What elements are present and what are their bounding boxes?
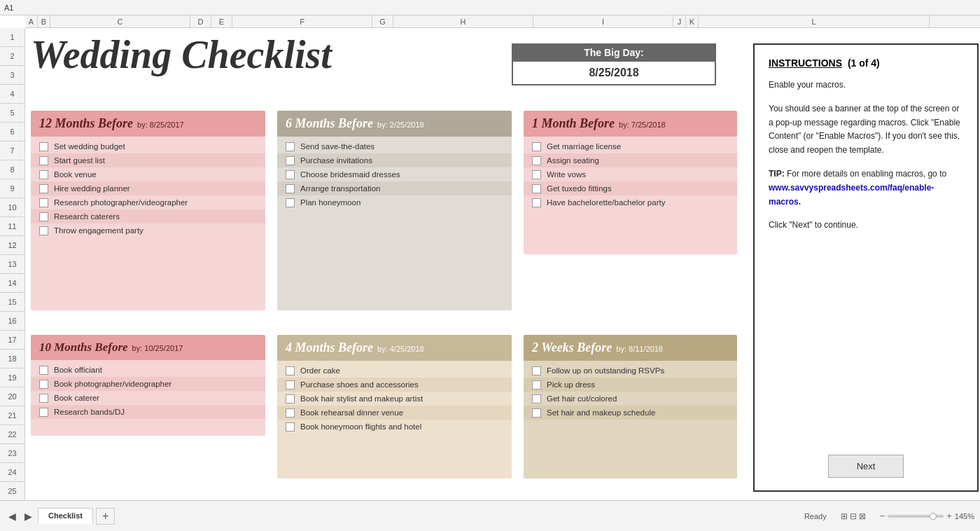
list-item: Follow up on outstanding RSVPs	[524, 364, 737, 378]
item-text: Purchase invitations	[300, 156, 372, 165]
list-item: Book rehearsal dinner venue	[277, 406, 512, 420]
tip-label: TIP:	[769, 169, 785, 179]
list-item: Book photographer/videographer	[31, 377, 265, 391]
list-item: Book officiant	[31, 363, 265, 377]
section-2weeks-by: by: 8/11/2018	[616, 345, 663, 353]
row-18: 18	[0, 350, 24, 368]
row-14: 14	[0, 274, 24, 293]
item-text: Get tuxedo fittings	[547, 184, 612, 193]
section-1month-by: by: 7/25/2018	[619, 120, 666, 129]
list-item: Send save-the-dates	[277, 139, 512, 153]
status-text: Ready	[804, 512, 827, 520]
checkbox[interactable]	[39, 380, 48, 389]
zoom-in-button[interactable]: +	[946, 511, 952, 521]
nav-left-button[interactable]: ◀	[6, 511, 19, 522]
empty-item	[277, 209, 512, 223]
row-9: 9	[0, 179, 24, 198]
checkbox[interactable]	[286, 408, 295, 418]
list-item: Throw engagement party	[31, 223, 265, 237]
list-item: Get hair cut/colored	[524, 392, 737, 406]
checkbox[interactable]	[39, 156, 48, 165]
nav-right-button[interactable]: ▶	[22, 511, 35, 522]
checkbox[interactable]	[532, 394, 541, 404]
checkbox[interactable]	[39, 408, 48, 417]
section-6months-header: 6 Months Before by: 2/25/2018	[277, 111, 512, 137]
section-4months-items: Order cake Purchase shoes and accessorie…	[277, 361, 512, 478]
checkbox[interactable]	[286, 156, 295, 165]
checkbox[interactable]	[286, 366, 295, 375]
zoom-slider-handle[interactable]	[930, 513, 937, 520]
col-header-b: B	[38, 15, 50, 27]
row-7: 7	[0, 142, 24, 160]
instructions-body: Enable your macros. You should see a ban…	[769, 78, 963, 443]
section-12months-title: 12 Months Before	[39, 116, 133, 131]
spreadsheet-body: 1 2 3 4 5 6 7 8 9 10 11 12 13 14 15 16 1…	[0, 28, 980, 500]
checkbox[interactable]	[286, 170, 295, 179]
list-item: Choose bridesmaid dresses	[277, 167, 512, 181]
checkbox[interactable]	[532, 156, 541, 165]
checkbox[interactable]	[532, 408, 541, 418]
checkbox[interactable]	[532, 170, 541, 179]
checkbox[interactable]	[532, 198, 541, 207]
sheet-tab-checklist[interactable]: Checklist	[38, 508, 93, 524]
item-text: Book hair stylist and makeup artist	[300, 394, 423, 403]
checkbox[interactable]	[286, 380, 295, 389]
row-5: 5	[0, 104, 24, 123]
view-pagebreak-icon[interactable]: ⊠	[859, 511, 866, 521]
empty-item	[31, 294, 265, 308]
item-text: Hire wedding planner	[54, 184, 130, 193]
section-12months-by: by: 8/25/2017	[137, 120, 184, 129]
checkbox[interactable]	[39, 184, 48, 193]
section-12months-header: 12 Months Before by: 8/25/2017	[31, 111, 265, 137]
item-text: Set wedding budget	[54, 142, 125, 151]
section-1month-title: 1 Month Before	[532, 116, 615, 131]
empty-item	[524, 448, 737, 462]
checkbox[interactable]	[286, 142, 295, 151]
add-sheet-button[interactable]: +	[96, 508, 115, 525]
item-text: Book honeymoon flights and hotel	[300, 422, 421, 431]
checkbox[interactable]	[532, 184, 541, 193]
checkbox[interactable]	[286, 184, 295, 193]
item-text: Start guest list	[54, 156, 105, 165]
checkbox[interactable]	[286, 394, 295, 404]
row-2: 2	[0, 47, 24, 66]
list-item: Research caterers	[31, 209, 265, 223]
item-text: Research caterers	[54, 212, 120, 221]
checkbox[interactable]	[39, 198, 48, 207]
item-text: Book rehearsal dinner venue	[300, 408, 403, 417]
empty-item	[277, 462, 512, 476]
list-item: Get marriage license	[524, 139, 737, 153]
checkbox[interactable]	[532, 366, 541, 375]
item-text: Send save-the-dates	[300, 142, 374, 151]
section-12months: 12 Months Before by: 8/25/2017 Set weddi…	[31, 111, 265, 310]
row-17: 17	[0, 331, 24, 350]
list-item: Pick up dress	[524, 378, 737, 392]
checkbox[interactable]	[286, 422, 295, 432]
view-page-icon[interactable]: ⊟	[850, 511, 857, 521]
item-text: Choose bridesmaid dresses	[300, 170, 400, 179]
empty-item	[524, 223, 737, 237]
checkbox[interactable]	[39, 394, 48, 403]
checkbox[interactable]	[39, 170, 48, 179]
row-21: 21	[0, 406, 24, 425]
checkbox[interactable]	[39, 226, 48, 235]
item-text: Research photographer/videographer	[54, 198, 188, 207]
checkbox[interactable]	[39, 212, 48, 221]
checkbox[interactable]	[39, 142, 48, 151]
zoom-out-button[interactable]: −	[880, 511, 886, 521]
item-text: Have bachelorette/bachelor party	[547, 198, 665, 207]
checkbox[interactable]	[532, 142, 541, 151]
instructions-body1: You should see a banner at the top of th…	[769, 102, 963, 158]
view-normal-icon[interactable]: ⊞	[841, 511, 848, 521]
checkbox[interactable]	[39, 366, 48, 375]
col-header-d: D	[190, 15, 211, 27]
col-header-i: I	[533, 15, 673, 27]
next-button[interactable]: Next	[828, 455, 904, 478]
checkbox[interactable]	[532, 380, 541, 389]
list-item: Book caterer	[31, 391, 265, 405]
row-23: 23	[0, 444, 24, 463]
list-item: Start guest list	[31, 153, 265, 167]
list-item: Book venue	[31, 167, 265, 181]
checkbox[interactable]	[286, 198, 295, 207]
instructions-panel: INSTRUCTIONS (1 of 4) Enable your macros…	[753, 43, 979, 492]
